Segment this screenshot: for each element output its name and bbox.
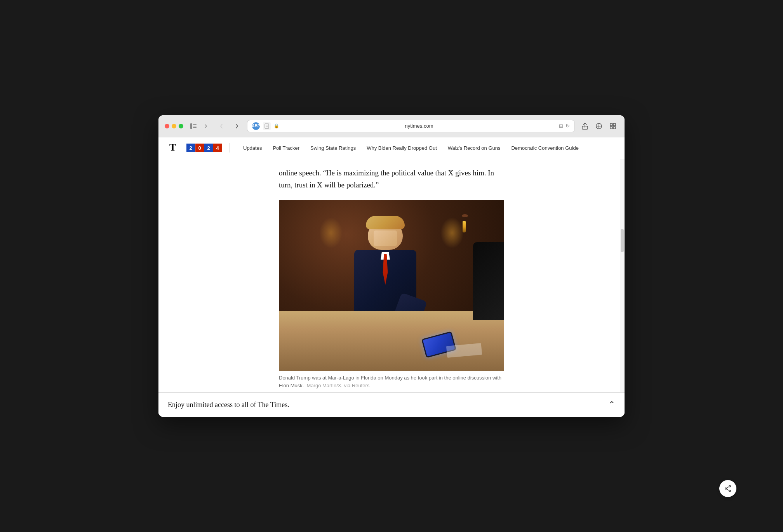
sidebar-chevron-button[interactable] (200, 122, 211, 130)
nav-link-poll-tracker[interactable]: Poll Tracker (267, 145, 305, 151)
svg-rect-3 (193, 127, 197, 128)
nav-link-walz[interactable]: Walz's Record on Guns (442, 145, 506, 151)
table (279, 311, 504, 371)
article-paragraph: online speech. “He is maximizing the pol… (279, 167, 504, 191)
banner-chevron-icon[interactable]: ⌃ (608, 400, 615, 410)
svg-rect-0 (190, 123, 192, 129)
bottom-banner[interactable]: Enjoy unlimited access to all of The Tim… (158, 392, 625, 417)
article-content: online speech. “He is maximizing the pol… (271, 159, 512, 393)
second-person-silhouette (473, 242, 504, 320)
svg-point-16 (725, 488, 727, 489)
traffic-lights (165, 124, 183, 128)
lock-icon: 🔒 (274, 123, 279, 128)
svg-rect-5 (266, 125, 268, 125)
trump-figure (354, 219, 416, 320)
share-circle-button[interactable] (719, 480, 736, 497)
browser-controls (188, 122, 211, 130)
svg-rect-13 (613, 127, 616, 129)
svg-rect-6 (266, 126, 268, 126)
share-toolbar-button[interactable] (579, 121, 590, 132)
page-icon (263, 122, 271, 130)
candle-right (463, 221, 466, 232)
nyt-page: T 2 0 2 4 Updates Poll Tracker Swing Sta… (158, 137, 625, 417)
svg-rect-7 (266, 127, 267, 127)
scrollbar[interactable] (620, 159, 625, 393)
caption-credit: Margo Martin/X, via Reuters (305, 383, 369, 388)
svg-text:T: T (169, 142, 176, 152)
sidebar-toggle-button[interactable] (188, 122, 199, 130)
trump-suit (354, 250, 416, 320)
close-button[interactable] (165, 124, 169, 128)
address-bar[interactable]: ABP 🔒 nytimes.com ⊞ ↻ (247, 120, 575, 132)
nav-divider (230, 143, 230, 152)
back-button[interactable] (216, 121, 227, 132)
sconce-arm-right (462, 214, 468, 217)
share-icon (724, 485, 731, 492)
svg-point-15 (729, 485, 731, 487)
nav-link-updates[interactable]: Updates (238, 145, 267, 151)
trump-hair (366, 216, 405, 229)
address-right-controls: ⊞ ↻ (559, 123, 570, 129)
nav-link-dem-convention[interactable]: Democratic Convention Guide (506, 145, 584, 151)
article-text-block: online speech. “He is maximizing the pol… (279, 159, 504, 201)
candle-glow-right (440, 217, 464, 248)
new-tab-button[interactable] (593, 121, 604, 132)
url-display[interactable]: nytimes.com (282, 123, 556, 129)
adblock-icon: ABP (252, 122, 260, 130)
forward-button[interactable] (231, 121, 242, 132)
reader-icon[interactable]: ⊞ (559, 123, 563, 129)
svg-rect-11 (613, 123, 616, 126)
nav-link-biden[interactable]: Why Biden Really Dropped Out (361, 145, 442, 151)
minimize-button[interactable] (172, 124, 176, 128)
svg-point-17 (729, 490, 731, 492)
year-digit-2b: 2 (204, 144, 213, 152)
scrollbar-thumb[interactable] (621, 229, 624, 252)
nav-link-swing-state[interactable]: Swing State Ratings (305, 145, 361, 151)
maximize-button[interactable] (179, 124, 183, 128)
reload-icon[interactable]: ↻ (566, 123, 570, 129)
trump-head (368, 219, 403, 250)
article-image-block: Donald Trump was at Mar-a-Lago in Florid… (279, 200, 504, 392)
candle-glow-left (319, 217, 343, 248)
browser-titlebar: ABP 🔒 nytimes.com ⊞ ↻ (158, 115, 625, 137)
year-digit-4: 4 (213, 144, 222, 152)
trump-face (374, 230, 397, 246)
year-2024-badge[interactable]: 2 0 2 4 (186, 144, 222, 152)
svg-rect-1 (193, 124, 197, 125)
year-digit-2: 2 (186, 144, 195, 152)
article-photo (279, 200, 504, 371)
nav-links: Updates Poll Tracker Swing State Ratings… (238, 145, 615, 151)
nyt-nav: T 2 0 2 4 Updates Poll Tracker Swing Sta… (158, 137, 625, 159)
share-button-overlay[interactable] (719, 480, 736, 497)
year-digit-0: 0 (195, 144, 204, 152)
svg-rect-10 (610, 123, 612, 126)
browser-toolbar-right (579, 121, 618, 132)
banner-text: Enjoy unlimited access to all of The Tim… (168, 401, 289, 409)
svg-rect-2 (193, 126, 197, 127)
image-caption: Donald Trump was at Mar-a-Lago in Florid… (279, 371, 504, 392)
nyt-logo[interactable]: T (168, 141, 179, 155)
tabs-overview-button[interactable] (607, 121, 618, 132)
svg-rect-12 (610, 127, 612, 129)
